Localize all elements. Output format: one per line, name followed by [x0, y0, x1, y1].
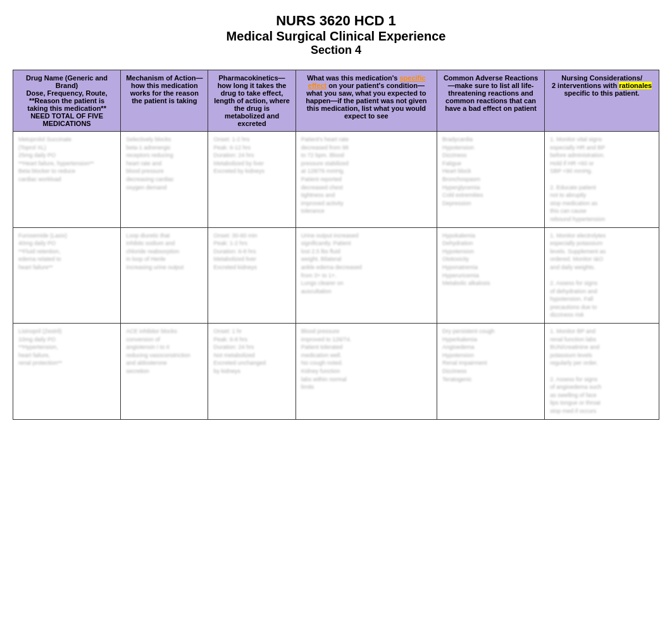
drug-name-cell-2: Furosemide (Lasix) 40mg daily PO **Fluid… [13, 227, 121, 324]
title-line3: Section 4 [13, 44, 659, 57]
header-pharmacokinetics: Pharmacokinetics—how long it takes the d… [208, 70, 296, 132]
medication-table: Drug Name (Generic and Brand) Dose, Freq… [13, 70, 659, 420]
header-specific-effect: What was this medication's specific effe… [296, 70, 437, 132]
adverse-cell-1: Bradycardia Hypotension Dizziness Fatigu… [437, 132, 545, 228]
effect-cell-1: Patient's heart rate decreased from 98 t… [296, 132, 437, 228]
header-nursing-considerations: Nursing Considerations/2 interventions w… [545, 70, 659, 132]
adverse-cell-2: Hypokalemia Dehydration Hypotension Otot… [437, 227, 545, 324]
mechanism-cell-3: ACE inhibitor blocks conversion of angio… [121, 324, 208, 420]
pharma-cell-3: Onset: 1 hr Peak: 6-8 hrs Duration: 24 h… [208, 324, 296, 420]
title-line1: NURS 3620 HCD 1 [13, 13, 659, 29]
header-mechanism: Mechanism of Action—how this medication … [121, 70, 208, 132]
drug-name-cell-1: Metoprolol Succinate (Toprol XL) 25mg da… [13, 132, 121, 228]
effect-cell-2: Urine output increased significantly. Pa… [296, 227, 437, 324]
adverse-cell-3: Dry persistent cough Hyperkalemia Angioe… [437, 324, 545, 420]
effect-cell-3: Blood pressure improved to 126/74. Patie… [296, 324, 437, 420]
table-row: Lisinopril (Zestril) 10mg daily PO **Hyp… [13, 324, 659, 420]
page: NURS 3620 HCD 1 Medical Surgical Clinica… [0, 0, 672, 637]
nursing-cell-1: 1. Monitor vital signs especially HR and… [545, 132, 659, 228]
pharma-cell-2: Onset: 30-60 min Peak: 1-2 hrs Duration:… [208, 227, 296, 324]
nursing-cell-3: 1. Monitor BP and renal function labs BU… [545, 324, 659, 420]
header-drug-name: Drug Name (Generic and Brand) Dose, Freq… [13, 70, 121, 132]
mechanism-cell-2: Loop diuretic that inhibits sodium and c… [121, 227, 208, 324]
header-adverse-reactions: Common Adverse Reactions—make sure to li… [437, 70, 545, 132]
table-row: Furosemide (Lasix) 40mg daily PO **Fluid… [13, 227, 659, 324]
drug-name-cell-3: Lisinopril (Zestril) 10mg daily PO **Hyp… [13, 324, 121, 420]
table-row: Metoprolol Succinate (Toprol XL) 25mg da… [13, 132, 659, 228]
title-section: NURS 3620 HCD 1 Medical Surgical Clinica… [13, 13, 659, 57]
specific-effect-label: specific effect [308, 74, 426, 89]
rationales-highlight: rationales [619, 82, 652, 89]
nursing-cell-2: 1. Monitor electrolytes especially potas… [545, 227, 659, 324]
mechanism-cell-1: Selectively blocks beta-1 adrenergic rec… [121, 132, 208, 228]
title-line2: Medical Surgical Clinical Experience [13, 29, 659, 44]
pharma-cell-1: Onset: 1-2 hrs Peak: 6-12 hrs Duration: … [208, 132, 296, 228]
